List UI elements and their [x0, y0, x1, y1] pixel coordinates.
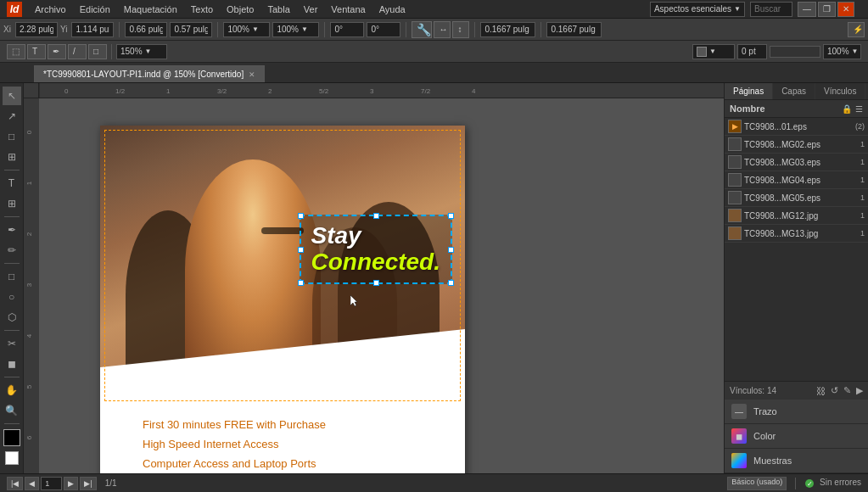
direct-select-tool[interactable]: ↗ [3, 107, 21, 126]
link-item-3[interactable]: TC9908...MG04.eps 1 [725, 171, 868, 189]
text-tool[interactable]: T [3, 174, 21, 193]
page-tool[interactable]: □ [3, 127, 21, 146]
last-page-btn[interactable]: ▶| [80, 477, 96, 490]
x-input[interactable] [15, 22, 58, 37]
tab-vinculos[interactable]: Vínculos [815, 83, 865, 99]
y-input[interactable] [71, 22, 114, 37]
stroke-color[interactable] [5, 451, 19, 465]
tool-rect[interactable]: □ [88, 44, 107, 59]
prev-page-btn[interactable]: ◀ [25, 477, 39, 490]
links-list[interactable]: ▶ TC9908...01.eps (2) TC9908...MG02.eps … [725, 118, 868, 381]
stroke-color-btn[interactable]: ▼ [692, 44, 735, 59]
extra-panel-btn[interactable]: ⚡ [848, 22, 865, 37]
link-thumb-5 [728, 209, 742, 222]
tab-capas[interactable]: Capas [773, 83, 815, 99]
link-item-2[interactable]: TC9908...MG03.eps 1 [725, 154, 868, 171]
zoom-dropdown[interactable]: 150%▼ [116, 44, 167, 59]
stay-connected-textbox[interactable]: Stay Connected. [300, 215, 452, 284]
style-btn[interactable]: Básico (usado) [727, 477, 787, 490]
w-input[interactable] [125, 22, 167, 37]
pen-tool[interactable]: ✒ [3, 221, 21, 239]
link-btn-3[interactable]: ✎ [843, 385, 851, 396]
tool-sep6 [4, 423, 20, 424]
handle-bm[interactable] [373, 280, 379, 286]
next-page-btn[interactable]: ▶ [64, 477, 78, 490]
first-page-btn[interactable]: |◀ [7, 477, 23, 490]
angle-input[interactable] [330, 22, 364, 37]
workspace-dropdown[interactable]: Aspectos esenciales ▼ [650, 2, 745, 17]
handle-bl[interactable] [298, 280, 304, 286]
stroke-input2[interactable] [546, 22, 602, 37]
status-sep [795, 478, 796, 489]
handle-tl[interactable] [298, 213, 304, 219]
handle-tm[interactable] [373, 213, 379, 219]
tab-paginas[interactable]: Páginas [725, 83, 773, 99]
link-item-5[interactable]: TC9908...MG12.jpg 1 [725, 207, 868, 225]
transform-btn1[interactable]: 🔧 [412, 21, 432, 38]
tool-select1[interactable]: ⬚ [7, 44, 25, 59]
restore-btn[interactable]: ❐ [818, 2, 836, 17]
tool-sep2 [4, 216, 20, 217]
ellipse-tool[interactable]: ○ [3, 288, 21, 306]
pct2-dropdown[interactable]: 100%▼ [272, 22, 319, 37]
color-panel[interactable]: ◼ Color [725, 424, 868, 449]
page-input[interactable] [41, 477, 62, 490]
handle-br[interactable] [448, 280, 454, 286]
link-btn-4[interactable]: ▶ [856, 385, 863, 396]
pct1-dropdown[interactable]: 100%▼ [223, 22, 270, 37]
close-btn[interactable]: ✕ [837, 2, 854, 17]
minimize-btn[interactable]: — [798, 2, 816, 17]
shear-input[interactable] [367, 22, 400, 37]
canvas-area[interactable]: 0 1/2 1 3/2 2 5/2 3 7/2 4 0 1 2 3 4 5 6 [24, 83, 724, 473]
link-item-0[interactable]: ▶ TC9908...01.eps (2) [725, 118, 868, 136]
document-tab[interactable]: *TC9990801-LAYOUT-PI1.indd @ 150% [Conve… [34, 65, 265, 82]
panel-menu-icon[interactable]: ☰ [855, 104, 863, 114]
link-item-1[interactable]: TC9908...MG02.eps 1 [725, 136, 868, 154]
menu-texto[interactable]: Texto [185, 3, 219, 16]
tool-line[interactable]: / [68, 44, 87, 59]
scissors-tool[interactable]: ✂ [3, 334, 21, 353]
handle-mr[interactable] [448, 247, 454, 253]
opacity-dropdown[interactable]: 100%▼ [823, 44, 861, 59]
transform-btn2[interactable]: ↔ [434, 21, 451, 38]
menu-ayuda[interactable]: Ayuda [373, 3, 412, 16]
hand-tool[interactable]: ✋ [3, 381, 21, 400]
tool-pen[interactable]: ✒ [48, 44, 66, 59]
page-count: 1/1 [105, 478, 117, 488]
menu-edicion[interactable]: Edición [74, 3, 116, 16]
rect-tool[interactable]: □ [3, 267, 21, 286]
search-input[interactable] [750, 2, 792, 17]
handle-tr[interactable] [448, 213, 454, 219]
menu-maquetacion[interactable]: Maquetación [118, 3, 183, 16]
zoom-tool[interactable]: 🔍 [3, 401, 21, 420]
h-input[interactable] [170, 22, 212, 37]
handle-ml[interactable] [298, 247, 304, 253]
gap-tool[interactable]: ⊞ [3, 148, 21, 166]
tab-close-btn[interactable]: ✕ [249, 70, 255, 79]
menu-archivo[interactable]: Archivo [29, 3, 72, 16]
poly-tool[interactable]: ⬡ [3, 308, 21, 327]
tab-bar: *TC9990801-LAYOUT-PI1.indd @ 150% [Conve… [0, 63, 868, 83]
tool-select2[interactable]: T [27, 44, 46, 59]
menu-ver[interactable]: Ver [298, 3, 324, 16]
menu-ventana[interactable]: Ventana [325, 3, 371, 16]
transform-btn3[interactable]: ↕ [452, 21, 469, 38]
link-btn-1[interactable]: ⛓ [816, 386, 826, 396]
gradient-tool[interactable]: ◼ [3, 355, 21, 373]
pencil-tool[interactable]: ✏ [3, 241, 21, 260]
svg-text:0: 0 [25, 130, 33, 134]
menu-tabla[interactable]: Tabla [261, 3, 295, 16]
stroke-input1[interactable] [480, 22, 535, 37]
menu-objeto[interactable]: Objeto [221, 3, 260, 16]
link-item-4[interactable]: TC9908...MG05.eps 1 [725, 189, 868, 207]
lock-icon[interactable]: 🔒 [842, 104, 852, 114]
fill-color[interactable] [3, 429, 20, 446]
link-item-6[interactable]: TC9908...MG13.jpg 1 [725, 225, 868, 243]
stroke-size-input[interactable] [737, 44, 767, 59]
select-tool[interactable]: ↖ [3, 87, 21, 105]
svg-rect-0 [39, 83, 724, 98]
swatches-panel[interactable]: Muestras [725, 449, 868, 473]
table-tool[interactable]: ⊞ [3, 194, 21, 213]
link-btn-2[interactable]: ↺ [831, 385, 838, 396]
trazo-panel[interactable]: — Trazo [725, 400, 868, 424]
